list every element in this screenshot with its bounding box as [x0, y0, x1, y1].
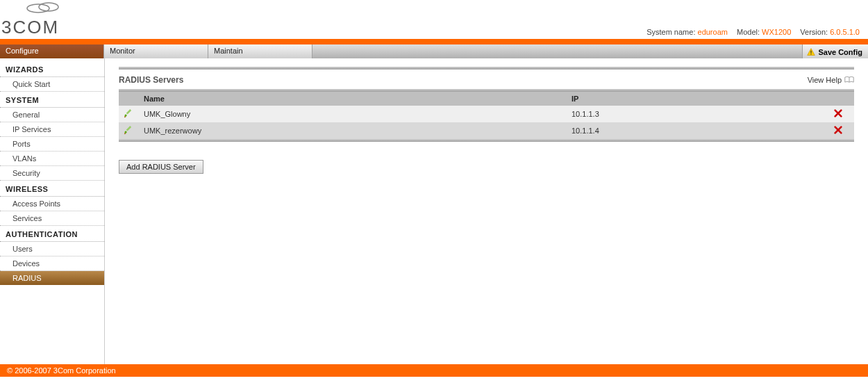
view-help-link[interactable]: View Help	[808, 76, 854, 84]
sidebar-group-title: WIZARDS	[0, 61, 104, 77]
row-delete-cell[interactable]	[822, 106, 854, 122]
col-header-icon	[119, 92, 138, 106]
save-config-button[interactable]: Save Config	[802, 44, 868, 58]
col-header-name[interactable]: Name	[138, 92, 566, 106]
row-ip-cell: 10.1.1.4	[566, 122, 822, 139]
svg-rect-5	[811, 54, 812, 54]
version-label: Version:	[800, 28, 828, 36]
model-value: WX1200	[762, 28, 791, 36]
tab-configure[interactable]: Configure	[0, 44, 104, 58]
add-radius-server-button[interactable]: Add RADIUS Server	[119, 160, 203, 174]
system-name-label: System name:	[646, 28, 695, 36]
panel-title: RADIUS Servers	[119, 75, 183, 85]
table-row[interactable]: UMK_Glowny10.1.1.3	[119, 106, 854, 122]
sidebar-item-users[interactable]: Users	[0, 242, 104, 256]
row-delete-cell[interactable]	[822, 122, 854, 139]
sidebar-item-access-points[interactable]: Access Points	[0, 197, 104, 211]
sidebar-item-radius[interactable]: RADIUS	[0, 271, 104, 285]
sidebar-item-quick-start[interactable]: Quick Start	[0, 77, 104, 92]
version-value: 6.0.5.1.0	[830, 28, 860, 36]
sidebar: WIZARDSQuick StartSYSTEMGeneralIP Servic…	[0, 58, 105, 364]
rule-top	[119, 67, 854, 70]
sidebar-item-ports[interactable]: Ports	[0, 137, 104, 152]
tab-monitor[interactable]: Monitor	[104, 44, 208, 58]
model-label: Model:	[737, 28, 760, 36]
sidebar-item-security[interactable]: Security	[0, 166, 104, 181]
row-edit-cell[interactable]	[119, 106, 138, 122]
sidebar-item-vlans[interactable]: VLANs	[0, 152, 104, 166]
svg-rect-4	[811, 51, 812, 54]
tab-maintain[interactable]: Maintain	[208, 44, 312, 58]
table-row[interactable]: UMK_rezerwowy10.1.1.4	[119, 122, 854, 139]
warning-icon	[807, 48, 815, 56]
sidebar-item-services[interactable]: Services	[0, 211, 104, 226]
footer-copyright: © 2006-2007 3Com Corporation	[7, 366, 116, 375]
logo-3com: 3COM	[0, 0, 69, 39]
row-name-cell: UMK_Glowny	[138, 106, 566, 122]
save-config-label: Save Config	[818, 48, 862, 56]
row-name-cell: UMK_rezerwowy	[138, 122, 566, 139]
delete-icon[interactable]	[833, 125, 843, 135]
main-panel: RADIUS Servers View Help Name IP UMK_Glo…	[105, 58, 868, 364]
sidebar-group-title: WIRELESS	[0, 181, 104, 197]
system-info: System name: eduroam Model: WX1200 Versi…	[646, 28, 860, 36]
sidebar-item-general[interactable]: General	[0, 108, 104, 122]
delete-icon[interactable]	[833, 108, 843, 118]
edit-icon[interactable]	[124, 108, 133, 118]
tab-bar: Configure Monitor Maintain Save Config	[0, 44, 868, 58]
col-header-ip[interactable]: IP	[566, 92, 822, 106]
sidebar-item-ip-services[interactable]: IP Services	[0, 122, 104, 137]
sidebar-group-title: AUTHENTICATION	[0, 226, 104, 242]
edit-icon[interactable]	[124, 125, 133, 135]
svg-text:3COM: 3COM	[1, 17, 59, 38]
help-book-icon	[844, 76, 854, 83]
system-name-value: eduroam	[698, 28, 728, 36]
orange-divider	[0, 39, 868, 44]
svg-rect-8	[126, 109, 131, 114]
row-edit-cell[interactable]	[119, 122, 138, 139]
header: 3COM System name: eduroam Model: WX1200 …	[0, 0, 868, 39]
rule-table-bottom	[119, 139, 854, 142]
svg-rect-13	[126, 126, 131, 131]
tab-filler	[312, 44, 802, 58]
sidebar-item-devices[interactable]: Devices	[0, 256, 104, 271]
sidebar-group-title: SYSTEM	[0, 92, 104, 108]
radius-servers-table: Name IP UMK_Glowny10.1.1.3UMK_rezerwowy1…	[119, 92, 854, 139]
footer: © 2006-2007 3Com Corporation	[0, 364, 868, 377]
view-help-label: View Help	[808, 76, 842, 84]
row-ip-cell: 10.1.1.3	[566, 106, 822, 122]
col-header-action	[822, 92, 854, 106]
